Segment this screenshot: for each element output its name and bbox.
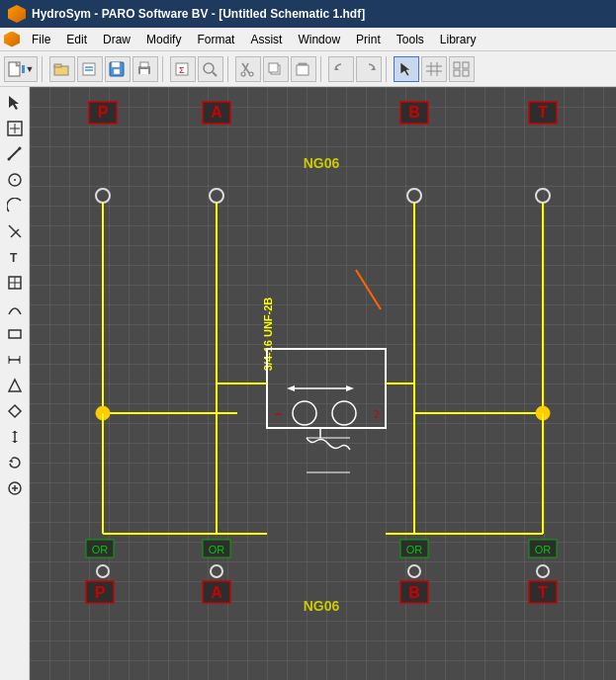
lt-line[interactable] [3, 142, 27, 166]
svg-rect-10 [114, 69, 120, 74]
redo-button[interactable] [356, 56, 382, 82]
lt-symbol[interactable] [3, 271, 27, 295]
svg-point-76 [96, 189, 110, 203]
svg-text:NG06: NG06 [304, 155, 340, 171]
toolbar-sep-3 [227, 56, 231, 82]
grid-button[interactable] [421, 56, 447, 82]
svg-text:B: B [408, 584, 420, 601]
svg-text:T: T [10, 251, 18, 265]
svg-point-21 [249, 72, 253, 76]
menu-assist[interactable]: Assist [242, 31, 290, 48]
svg-rect-5 [83, 63, 95, 75]
svg-text:A: A [211, 584, 222, 601]
tb-btn5[interactable] [198, 56, 223, 82]
svg-text:T: T [538, 584, 548, 601]
svg-point-107 [408, 565, 420, 577]
menu-print[interactable]: Print [348, 31, 389, 48]
svg-marker-58 [9, 380, 21, 391]
lt-attr[interactable] [3, 374, 27, 397]
snap-button[interactable] [449, 56, 475, 82]
svg-rect-4 [54, 64, 61, 67]
svg-rect-23 [269, 63, 278, 72]
svg-marker-59 [9, 405, 21, 417]
lt-diamond[interactable] [3, 399, 27, 423]
lt-arc[interactable] [3, 194, 27, 217]
svg-text:Σ: Σ [179, 65, 185, 75]
copy-button[interactable] [263, 56, 289, 82]
toolbar: ▼ Σ [0, 51, 616, 87]
cut-button[interactable] [235, 56, 261, 82]
svg-text:OR: OR [406, 544, 423, 555]
lt-trim[interactable] [3, 219, 27, 243]
svg-marker-92 [346, 385, 354, 391]
menu-window[interactable]: Window [290, 31, 348, 48]
svg-text:A: A [211, 104, 222, 121]
lt-select[interactable] [3, 91, 27, 115]
svg-marker-91 [287, 385, 295, 391]
undo-button[interactable] [328, 56, 354, 82]
svg-rect-35 [454, 70, 460, 76]
svg-rect-2 [22, 65, 25, 73]
svg-marker-28 [400, 62, 410, 76]
svg-point-78 [407, 189, 421, 203]
svg-rect-52 [9, 330, 21, 338]
menu-format[interactable]: Format [189, 31, 242, 48]
cursor-button[interactable] [394, 56, 419, 82]
svg-text:B: B [408, 104, 420, 121]
lt-vert[interactable] [3, 425, 27, 449]
svg-marker-37 [9, 96, 19, 110]
tb-open-btn2[interactable] [77, 56, 103, 82]
svg-line-89 [356, 270, 381, 309]
lt-text[interactable]: T [3, 245, 27, 269]
svg-text:NG06: NG06 [304, 598, 340, 614]
schematic-svg: P A B T NG06 [30, 87, 616, 680]
menu-modify[interactable]: Modify [138, 31, 189, 48]
menu-bar: File Edit Draw Modify Format Assist Wind… [0, 28, 616, 51]
print-button[interactable] [132, 56, 158, 82]
new-button[interactable]: ▼ [4, 56, 38, 82]
svg-marker-63 [9, 459, 13, 463]
left-toolbar: T [0, 87, 30, 680]
save-button[interactable] [105, 56, 131, 82]
menu-edit[interactable]: Edit [58, 31, 95, 48]
svg-point-95 [332, 401, 356, 425]
svg-point-77 [210, 189, 223, 203]
toolbar-sep-4 [320, 56, 324, 82]
lt-dims[interactable] [3, 348, 27, 372]
component-button[interactable]: Σ [170, 56, 196, 82]
svg-point-42 [7, 158, 10, 161]
open-button[interactable] [49, 56, 75, 82]
menu-library[interactable]: Library [432, 31, 484, 48]
canvas-area[interactable]: P A B T NG06 [30, 87, 616, 680]
toolbar-sep-2 [162, 56, 166, 82]
lt-zoom-extents[interactable] [3, 117, 27, 140]
paste-button[interactable] [291, 56, 316, 82]
svg-text:OR: OR [209, 544, 225, 555]
menu-draw[interactable]: Draw [95, 31, 138, 48]
svg-marker-61 [12, 431, 18, 433]
svg-text:P: P [95, 584, 106, 601]
lt-rotate[interactable] [3, 451, 27, 474]
menu-tools[interactable]: Tools [389, 31, 432, 48]
svg-line-17 [213, 72, 217, 76]
title-bar: HydroSym - PARO Software BV - [Untitled … [0, 0, 616, 28]
svg-rect-13 [140, 62, 148, 67]
lt-conn[interactable] [3, 297, 27, 320]
lt-extra[interactable] [3, 476, 27, 500]
title-text: HydroSym - PARO Software BV - [Untitled … [32, 7, 365, 21]
svg-text:OR: OR [535, 544, 552, 555]
svg-text:T: T [538, 104, 548, 121]
lt-rect[interactable] [3, 322, 27, 346]
svg-point-20 [241, 72, 245, 76]
svg-text:2: 2 [374, 409, 380, 420]
menu-app-icon [4, 32, 20, 47]
svg-point-45 [14, 179, 16, 181]
svg-text:P: P [98, 104, 109, 121]
svg-point-104 [211, 565, 222, 577]
menu-file[interactable]: File [24, 31, 58, 48]
svg-point-79 [536, 189, 550, 203]
svg-text:OR: OR [92, 544, 109, 555]
main-layout: T [0, 87, 616, 680]
app-icon [8, 5, 26, 23]
lt-circle[interactable] [3, 168, 27, 192]
